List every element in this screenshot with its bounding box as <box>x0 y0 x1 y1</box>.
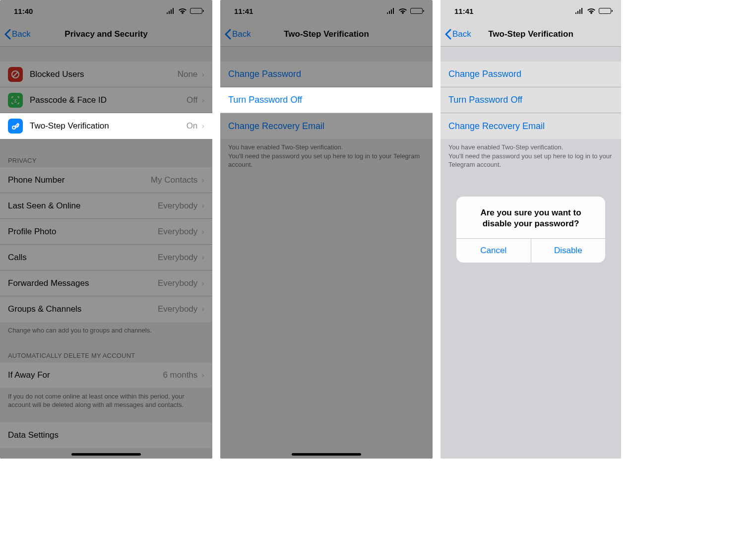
alert-buttons: Cancel Disable <box>456 238 605 263</box>
privacy-footer: Change who can add you to groups and cha… <box>0 322 212 339</box>
row-change-password[interactable]: Change Password <box>441 62 621 87</box>
twostep-section: Change Password Turn Password Off Change… <box>220 62 433 139</box>
chevron-right-icon: › <box>201 95 204 105</box>
privacy-section: Phone Number My Contacts › Last Seen & O… <box>0 167 212 322</box>
cellular-icon <box>386 7 395 15</box>
chevron-right-icon: › <box>201 121 204 131</box>
phone-screenshot-1: 11:40 Back Privacy and Security Blocked … <box>0 0 212 459</box>
wifi-icon <box>587 7 596 15</box>
row-label: Last Seen & Online <box>8 201 158 211</box>
nav-bar: Back Privacy and Security <box>0 22 212 47</box>
chevron-right-icon: › <box>201 201 204 211</box>
row-two-step-verification[interactable]: Two-Step Verification On › <box>0 113 212 139</box>
data-section: Data Settings <box>0 422 212 448</box>
auto-delete-footer: If you do not come online at least once … <box>0 388 212 413</box>
faceid-icon <box>8 93 23 108</box>
auto-delete-section: If Away For 6 months › <box>0 362 212 388</box>
row-passcode-faceid[interactable]: Passcode & Face ID Off › <box>0 87 212 113</box>
chevron-right-icon: › <box>201 278 204 288</box>
battery-icon <box>410 8 423 14</box>
status-bar: 11:41 <box>220 0 433 22</box>
row-value: 6 months <box>163 370 197 380</box>
battery-icon <box>190 8 202 14</box>
status-bar: 11:40 <box>0 0 212 22</box>
twostep-section: Change Password Turn Password Off Change… <box>441 62 621 139</box>
row-value: Everybody <box>158 253 197 263</box>
security-section: Blocked Users None › Passcode & Face ID … <box>0 62 212 139</box>
auto-delete-header: AUTOMATICALLY DELETE MY ACCOUNT <box>0 348 212 362</box>
row-turn-password-off[interactable]: Turn Password Off <box>441 87 621 113</box>
status-time: 11:41 <box>234 7 253 15</box>
row-label: Phone Number <box>8 175 151 185</box>
home-indicator[interactable] <box>292 453 361 456</box>
back-button[interactable]: Back <box>444 29 471 40</box>
row-value: Off <box>187 95 197 105</box>
status-time: 11:40 <box>14 7 33 15</box>
row-value: My Contacts <box>151 175 197 185</box>
privacy-header: PRIVACY <box>0 153 212 167</box>
row-label: Groups & Channels <box>8 304 158 314</box>
chevron-right-icon: › <box>201 175 204 185</box>
row-forwarded-messages[interactable]: Forwarded Messages Everybody › <box>0 270 212 296</box>
nav-bar: Back Two-Step Verification <box>220 22 433 47</box>
cellular-icon <box>575 7 584 15</box>
row-if-away-for[interactable]: If Away For 6 months › <box>0 362 212 388</box>
row-profile-photo[interactable]: Profile Photo Everybody › <box>0 219 212 245</box>
row-change-password[interactable]: Change Password <box>220 62 433 87</box>
disable-button[interactable]: Disable <box>531 239 606 263</box>
row-value: None <box>178 69 198 79</box>
row-label: Turn Password Off <box>228 95 425 105</box>
key-icon <box>8 119 23 134</box>
status-icons <box>166 7 202 15</box>
twostep-footer: You have enabled Two-Step verification. … <box>220 139 433 173</box>
row-groups-channels[interactable]: Groups & Channels Everybody › <box>0 296 212 322</box>
page-title: Two-Step Verification <box>220 29 433 39</box>
row-blocked-users[interactable]: Blocked Users None › <box>0 62 212 87</box>
row-last-seen[interactable]: Last Seen & Online Everybody › <box>0 193 212 219</box>
twostep-footer: You have enabled Two-Step verification. … <box>441 139 621 173</box>
row-calls[interactable]: Calls Everybody › <box>0 245 212 270</box>
chevron-left-icon <box>224 29 231 40</box>
cancel-button[interactable]: Cancel <box>456 239 531 263</box>
row-change-recovery-email[interactable]: Change Recovery Email <box>220 113 433 139</box>
alert-title: Are you sure you want to disable your pa… <box>456 197 605 238</box>
row-label: Turn Password Off <box>448 95 613 105</box>
row-turn-password-off[interactable]: Turn Password Off <box>220 87 433 113</box>
chevron-right-icon: › <box>201 304 204 314</box>
chevron-left-icon <box>444 29 451 40</box>
row-value: Everybody <box>158 227 197 237</box>
row-change-recovery-email[interactable]: Change Recovery Email <box>441 113 621 139</box>
chevron-right-icon: › <box>201 69 204 79</box>
phone-screenshot-3: 11:41 Back Two-Step Verification Change … <box>441 0 621 459</box>
cellular-icon <box>166 7 175 15</box>
status-icons <box>575 7 611 15</box>
row-label: Change Recovery Email <box>448 121 613 132</box>
home-indicator[interactable] <box>71 453 141 456</box>
phone-screenshot-2: 11:41 Back Two-Step Verification Change … <box>220 0 433 459</box>
row-label: Forwarded Messages <box>8 278 158 288</box>
row-label: Change Password <box>228 69 425 79</box>
chevron-left-icon <box>4 29 11 40</box>
row-phone-number[interactable]: Phone Number My Contacts › <box>0 167 212 193</box>
status-time: 11:41 <box>454 7 473 15</box>
confirm-dialog: Are you sure you want to disable your pa… <box>456 197 605 263</box>
block-icon <box>8 67 23 82</box>
wifi-icon <box>178 7 187 15</box>
wifi-icon <box>398 7 407 15</box>
row-data-settings[interactable]: Data Settings <box>0 422 212 448</box>
row-label: Calls <box>8 253 158 263</box>
row-label: Two-Step Verification <box>30 121 187 131</box>
back-label: Back <box>12 29 31 39</box>
status-icons <box>386 7 423 15</box>
back-button[interactable]: Back <box>224 29 251 40</box>
back-button[interactable]: Back <box>4 29 31 40</box>
row-value: Everybody <box>158 304 197 314</box>
chevron-right-icon: › <box>201 227 204 237</box>
status-bar: 11:41 <box>441 0 621 22</box>
page-title: Privacy and Security <box>0 29 212 39</box>
back-label: Back <box>452 29 471 39</box>
back-label: Back <box>232 29 251 39</box>
row-label: Data Settings <box>8 430 204 440</box>
row-label: Change Password <box>448 69 613 79</box>
chevron-right-icon: › <box>201 370 204 380</box>
